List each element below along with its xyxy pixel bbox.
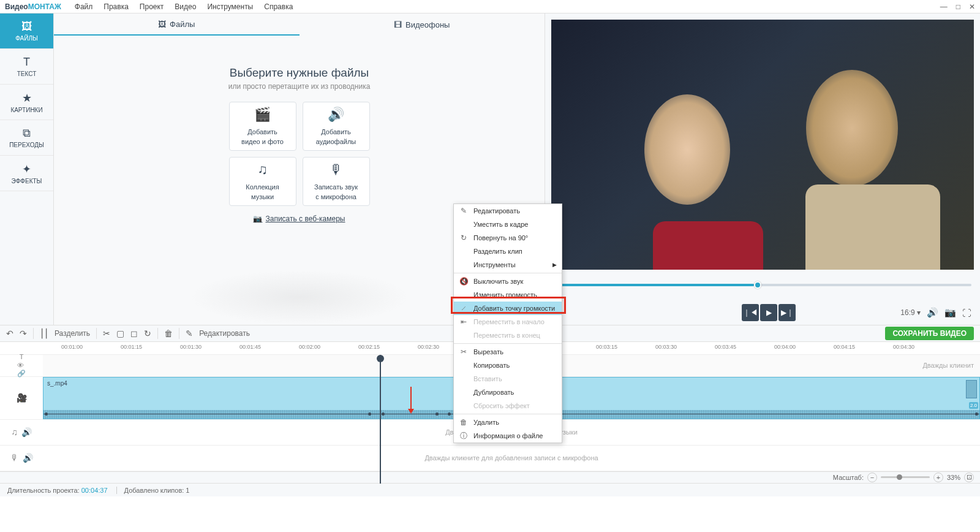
sidebar-images[interactable]: ★КАРТИНКИ xyxy=(0,85,53,120)
ctx-label: Вырезать xyxy=(473,348,503,355)
preview-player[interactable] xyxy=(551,20,974,270)
edit-icon[interactable]: ✎ xyxy=(186,329,193,338)
ctx-item[interactable]: Инструменты▶ xyxy=(454,258,562,272)
add-video-button[interactable]: 🎬Добавитьвидео и фото xyxy=(229,102,296,151)
aspect-ratio[interactable]: 16:9 ▾ xyxy=(900,308,921,317)
mic-track-icon: 🎙 xyxy=(10,453,19,463)
ctx-item: ⇤Переместить в начало xyxy=(454,315,562,329)
menu-file[interactable]: Файл xyxy=(75,2,93,11)
webcam-link[interactable]: 📷Записать с веб-камеры xyxy=(253,215,345,223)
ctx-item[interactable]: Разделить клип xyxy=(454,245,562,258)
ctx-item[interactable]: ⓘИнформация о файле xyxy=(454,429,562,443)
visibility-icon[interactable]: 👁 xyxy=(17,362,26,369)
menu-video[interactable]: Видео xyxy=(175,2,196,11)
menu-project[interactable]: Проект xyxy=(140,2,164,11)
fullscreen-icon[interactable]: ⛶ xyxy=(962,308,971,318)
save-video-button[interactable]: СОХРАНИТЬ ВИДЕО xyxy=(885,327,974,340)
ctx-item[interactable]: Копировать xyxy=(454,359,562,372)
ctx-item: Сбросить эффект xyxy=(454,399,562,412)
rotate-button[interactable]: ↻ xyxy=(144,329,151,338)
effects-icon: ✦ xyxy=(22,162,31,176)
zoom-value: 33% xyxy=(947,474,960,481)
ctx-label: Переместить в конец xyxy=(473,332,540,339)
tab-backgrounds[interactable]: 🎞Видеофоны xyxy=(300,13,545,36)
split-icon[interactable]: ⎮⎮ xyxy=(40,329,48,338)
edit-button[interactable]: Редактировать xyxy=(199,329,250,338)
zoom-in-button[interactable]: + xyxy=(933,473,943,482)
decoration xyxy=(189,270,410,325)
ctx-item[interactable]: Изменить громкость xyxy=(454,288,562,302)
mute-icon[interactable]: 🔊 xyxy=(21,427,32,437)
playhead[interactable] xyxy=(380,355,381,484)
seek-bar[interactable] xyxy=(554,284,971,286)
ctx-item[interactable]: ✎Редактировать xyxy=(454,204,562,218)
sidebar-files[interactable]: 🖼ФАЙЛЫ xyxy=(0,13,53,49)
ctx-icon: ⇤ xyxy=(459,317,469,326)
ctx-label: Добавить точку громкости xyxy=(473,305,555,312)
sidebar-text[interactable]: TТЕКСТ xyxy=(0,49,53,85)
clips-value: 1 xyxy=(186,487,189,494)
video-track-icon: 🎥 xyxy=(17,393,27,403)
ruler-tick: 00:01:15 xyxy=(121,344,142,350)
ruler-tick: 00:03:15 xyxy=(596,344,617,350)
tab-files[interactable]: 🖼Файлы xyxy=(54,13,300,36)
ctx-item[interactable]: ↻Повернуть на 90° xyxy=(454,231,562,245)
ctx-item[interactable]: 🗑Удалить xyxy=(454,416,562,429)
ctx-icon: ⟋ xyxy=(459,304,469,313)
zoom-out-button[interactable]: − xyxy=(867,473,877,482)
frame-button[interactable]: ◻ xyxy=(130,329,138,338)
record-mic-button[interactable]: 🎙Записать звукс микрофона xyxy=(303,157,370,206)
music-collection-button[interactable]: ♫Коллекциямузыки xyxy=(229,157,296,206)
prev-button[interactable]: ｜◀ xyxy=(742,304,759,321)
close-icon[interactable]: ✕ xyxy=(969,2,975,11)
ctx-label: Редактировать xyxy=(473,207,520,215)
image-icon: 🖼 xyxy=(158,20,166,29)
add-audio-button[interactable]: 🔊Добавитьаудиофайлы xyxy=(303,102,370,151)
clip-badge: 2.0 xyxy=(969,402,978,409)
ruler-tick: 00:01:30 xyxy=(180,344,202,350)
ruler-tick: 00:02:00 xyxy=(299,344,320,350)
undo-button[interactable]: ↶ xyxy=(6,329,13,338)
snapshot-icon[interactable]: 📷 xyxy=(944,307,956,318)
next-button[interactable]: ▶｜ xyxy=(778,304,796,321)
ctx-item[interactable]: Дублировать xyxy=(454,386,562,399)
menu-tools[interactable]: Инструменты xyxy=(207,2,253,11)
filearea-subheading: или просто перетащите их из проводника xyxy=(228,82,371,91)
ctx-item[interactable]: ⟋Добавить точку громкости xyxy=(454,302,562,315)
sidebar-transitions[interactable]: ⧉ПЕРЕХОДЫ xyxy=(0,120,53,156)
main-menu: Файл Правка Проект Видео Инструменты Спр… xyxy=(75,2,293,11)
menu-help[interactable]: Справка xyxy=(264,2,293,11)
volume-icon[interactable]: 🔊 xyxy=(927,307,938,318)
split-button[interactable]: Разделить xyxy=(55,329,90,338)
ctx-icon: ↻ xyxy=(459,234,469,242)
ruler-tick: 00:04:30 xyxy=(893,344,914,350)
ctx-item[interactable]: 🔇Выключить звук xyxy=(454,275,562,288)
ctx-item[interactable]: Уместить в кадре xyxy=(454,218,562,231)
ctx-icon: 🔇 xyxy=(459,277,469,286)
logo-part2: МОНТАЖ xyxy=(28,2,61,11)
delete-button[interactable]: 🗑 xyxy=(164,329,173,338)
redo-button[interactable]: ↷ xyxy=(20,329,27,338)
sidebar-effects[interactable]: ✦ЭФФЕКТЫ xyxy=(0,156,53,191)
play-button[interactable]: ▶ xyxy=(760,304,777,321)
cut-button[interactable]: ✂ xyxy=(103,329,110,338)
maximize-icon[interactable]: □ xyxy=(956,2,960,11)
tab-label: Файлы xyxy=(170,20,195,29)
sidebar: 🖼ФАЙЛЫ TТЕКСТ ★КАРТИНКИ ⧉ПЕРЕХОДЫ ✦ЭФФЕК… xyxy=(0,13,54,325)
duration-value: 00:04:37 xyxy=(81,487,108,494)
mic-track[interactable]: Дважды кликните для добавления записи с … xyxy=(43,446,980,471)
music-icon: ♫ xyxy=(257,161,268,179)
ctx-label: Вставить xyxy=(473,375,502,382)
menu-edit[interactable]: Правка xyxy=(104,2,129,11)
ruler-tick: 00:04:15 xyxy=(834,344,855,350)
ruler-tick: 00:03:45 xyxy=(715,344,736,350)
ctx-label: Удалить xyxy=(473,419,499,426)
crop-button[interactable]: ▢ xyxy=(116,329,124,338)
mute-icon[interactable]: 🔊 xyxy=(23,453,33,463)
zoom-label: Масштаб: xyxy=(833,474,864,481)
minimize-icon[interactable]: — xyxy=(940,2,948,11)
text-icon: T xyxy=(23,56,30,69)
zoom-fit-button[interactable]: ⊡ xyxy=(964,473,974,482)
ctx-item[interactable]: ✂Вырезать xyxy=(454,345,562,359)
zoom-slider[interactable] xyxy=(881,476,930,478)
